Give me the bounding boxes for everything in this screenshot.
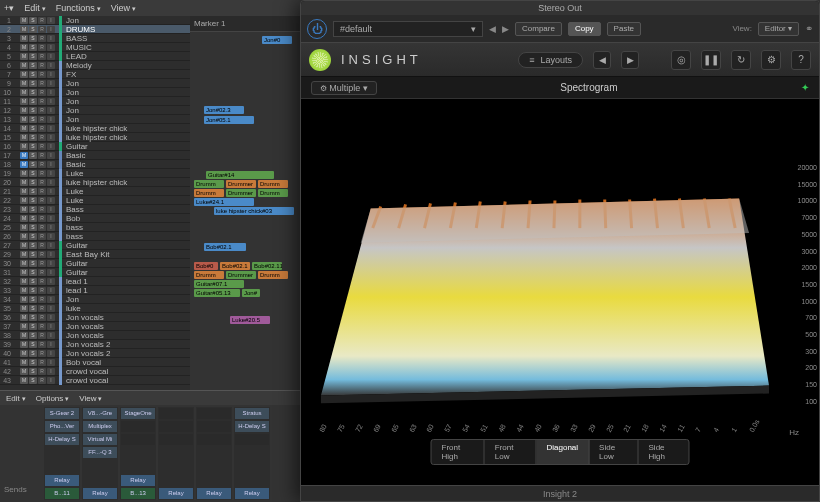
input-button[interactable]: I	[47, 215, 55, 222]
input-button[interactable]: I	[47, 368, 55, 375]
solo-button[interactable]: S	[29, 35, 37, 42]
insert-slot[interactable]	[159, 421, 193, 432]
solo-button[interactable]: S	[29, 26, 37, 33]
solo-button[interactable]: S	[29, 170, 37, 177]
mute-button[interactable]: M	[20, 71, 28, 78]
view-angle-button[interactable]: Front Low	[485, 440, 537, 464]
link-icon[interactable]: ⚭	[805, 23, 813, 34]
mute-button[interactable]: M	[20, 98, 28, 105]
mute-button[interactable]: M	[20, 314, 28, 321]
record-button[interactable]: R	[38, 251, 46, 258]
solo-button[interactable]: S	[29, 134, 37, 141]
view-angle-button[interactable]: Diagonal	[537, 440, 590, 464]
mute-button[interactable]: M	[20, 242, 28, 249]
preset-prev[interactable]: ◀	[489, 24, 496, 34]
view-angle-button[interactable]: Side Low	[589, 440, 638, 464]
input-button[interactable]: I	[47, 359, 55, 366]
mute-button[interactable]: M	[20, 278, 28, 285]
audio-region[interactable]: Drummer	[226, 180, 256, 188]
input-button[interactable]: I	[47, 197, 55, 204]
mute-button[interactable]: M	[20, 107, 28, 114]
record-button[interactable]: R	[38, 197, 46, 204]
solo-button[interactable]: S	[29, 377, 37, 384]
insert-slot[interactable]	[197, 434, 231, 445]
audio-region[interactable]: Guitar#14	[206, 171, 274, 179]
bus-slot[interactable]: B...11	[45, 488, 79, 499]
send-slot[interactable]: Relay	[235, 488, 269, 499]
input-button[interactable]: I	[47, 251, 55, 258]
target-icon[interactable]: ◎	[671, 50, 691, 70]
input-button[interactable]: I	[47, 206, 55, 213]
audio-region[interactable]: Bob#0	[194, 262, 218, 270]
input-button[interactable]: I	[47, 62, 55, 69]
mixer-channel[interactable]: StageOneRelayB...13	[120, 407, 156, 500]
input-button[interactable]: I	[47, 53, 55, 60]
insert-slot[interactable]	[121, 421, 155, 432]
record-button[interactable]: R	[38, 305, 46, 312]
mixer-channel[interactable]: V8...-GreMultiplexVirtual MiFF...-Q 3Rel…	[82, 407, 118, 500]
mute-button[interactable]: M	[20, 152, 28, 159]
solo-button[interactable]: S	[29, 206, 37, 213]
input-button[interactable]: I	[47, 350, 55, 357]
audio-region[interactable]: Bob#02.1	[204, 243, 246, 251]
insert-slot[interactable]: Virtual Mi	[83, 434, 117, 445]
input-button[interactable]: I	[47, 269, 55, 276]
power-button[interactable]: ⏻	[307, 19, 327, 39]
insert-slot[interactable]	[159, 408, 193, 419]
solo-button[interactable]: S	[29, 80, 37, 87]
mute-button[interactable]: M	[20, 134, 28, 141]
mute-button[interactable]: M	[20, 332, 28, 339]
mute-button[interactable]: M	[20, 251, 28, 258]
mute-button[interactable]: M	[20, 215, 28, 222]
input-button[interactable]: I	[47, 152, 55, 159]
input-button[interactable]: I	[47, 134, 55, 141]
record-button[interactable]: R	[38, 314, 46, 321]
solo-button[interactable]: S	[29, 197, 37, 204]
insert-slot[interactable]: Pho...Ver	[45, 421, 79, 432]
mute-button[interactable]: M	[20, 116, 28, 123]
record-button[interactable]: R	[38, 323, 46, 330]
mute-button[interactable]: M	[20, 323, 28, 330]
solo-button[interactable]: S	[29, 53, 37, 60]
input-button[interactable]: I	[47, 17, 55, 24]
gear-icon[interactable]: ⚙	[761, 50, 781, 70]
record-button[interactable]: R	[38, 359, 46, 366]
audio-region[interactable]: Drumm	[194, 271, 224, 279]
record-button[interactable]: R	[38, 278, 46, 285]
solo-button[interactable]: S	[29, 44, 37, 51]
input-button[interactable]: I	[47, 224, 55, 231]
audio-region[interactable]: Jon#0	[262, 36, 292, 44]
solo-button[interactable]: S	[29, 332, 37, 339]
record-button[interactable]: R	[38, 89, 46, 96]
solo-button[interactable]: S	[29, 341, 37, 348]
solo-button[interactable]: S	[29, 89, 37, 96]
solo-button[interactable]: S	[29, 296, 37, 303]
input-button[interactable]: I	[47, 44, 55, 51]
record-button[interactable]: R	[38, 287, 46, 294]
insert-slot[interactable]	[159, 434, 193, 445]
record-button[interactable]: R	[38, 188, 46, 195]
input-button[interactable]: I	[47, 287, 55, 294]
insert-slot[interactable]: FF...-Q 3	[83, 447, 117, 458]
input-button[interactable]: I	[47, 341, 55, 348]
mixer-channel[interactable]: StratusH-Delay SRelay	[234, 407, 270, 500]
insert-slot[interactable]: H-Delay S	[45, 434, 79, 445]
input-button[interactable]: I	[47, 233, 55, 240]
solo-button[interactable]: S	[29, 143, 37, 150]
record-button[interactable]: R	[38, 242, 46, 249]
record-button[interactable]: R	[38, 233, 46, 240]
audio-region[interactable]: Drumm	[258, 271, 288, 279]
input-button[interactable]: I	[47, 80, 55, 87]
copy-button[interactable]: Copy	[568, 22, 601, 36]
menu-functions[interactable]: Functions	[56, 3, 101, 13]
insert-slot[interactable]: Stratus	[235, 408, 269, 419]
solo-button[interactable]: S	[29, 323, 37, 330]
mute-button[interactable]: M	[20, 350, 28, 357]
pause-icon[interactable]: ❚❚	[701, 50, 721, 70]
mute-button[interactable]: M	[20, 161, 28, 168]
mixer-menu-options[interactable]: Options	[36, 394, 70, 403]
input-button[interactable]: I	[47, 107, 55, 114]
mute-button[interactable]: M	[20, 269, 28, 276]
record-button[interactable]: R	[38, 206, 46, 213]
solo-button[interactable]: S	[29, 17, 37, 24]
